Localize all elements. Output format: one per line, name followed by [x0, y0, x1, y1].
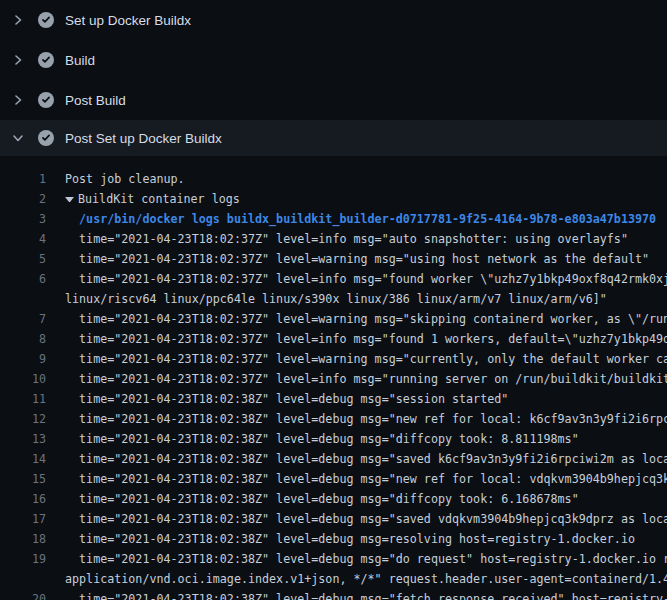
- check-circle-icon: [38, 52, 54, 68]
- log-line-text: time="2021-04-23T18:02:37Z" level=info m…: [65, 329, 667, 349]
- log-line-number[interactable]: 16: [0, 489, 46, 509]
- log-line-content: time="2021-04-23T18:02:38Z" level=debug …: [65, 552, 667, 566]
- log-line-text: linux/riscv64 linux/ppc64le linux/s390x …: [65, 289, 607, 309]
- log-line-content: time="2021-04-23T18:02:37Z" level=warnin…: [65, 252, 649, 266]
- step-title: Build: [65, 53, 95, 68]
- log-line-number[interactable]: 9: [0, 349, 46, 369]
- log-line: 20 time="2021-04-23T18:02:38Z" level=deb…: [0, 589, 667, 600]
- log-line-number[interactable]: 3: [0, 209, 46, 229]
- log-line-number[interactable]: 10: [0, 369, 46, 389]
- step-header[interactable]: Post Set up Docker Buildx: [0, 120, 667, 156]
- log-line-number[interactable]: 18: [0, 529, 46, 549]
- log-line-text: time="2021-04-23T18:02:38Z" level=debug …: [65, 489, 579, 509]
- check-circle-icon: [38, 130, 54, 146]
- log-line-number[interactable]: 7: [0, 309, 46, 329]
- steps-list: Set up Docker Buildx Build Post Build Po…: [0, 0, 667, 156]
- log-line-content: time="2021-04-23T18:02:38Z" level=debug …: [65, 532, 635, 546]
- log-line: 11 time="2021-04-23T18:02:38Z" level=deb…: [0, 389, 667, 409]
- log-line-number[interactable]: 15: [0, 469, 46, 489]
- log-line-content: time="2021-04-23T18:02:38Z" level=debug …: [65, 432, 579, 446]
- log-line: 18 time="2021-04-23T18:02:38Z" level=deb…: [0, 529, 667, 549]
- log-line-content: time="2021-04-23T18:02:37Z" level=warnin…: [65, 312, 667, 326]
- log-line-number[interactable]: 4: [0, 229, 46, 249]
- actions-log-viewer: Set up Docker Buildx Build Post Build Po…: [0, 0, 667, 600]
- log-line: 7 time="2021-04-23T18:02:37Z" level=warn…: [0, 309, 667, 329]
- log-line-number[interactable]: [0, 289, 46, 309]
- log-line: 10 time="2021-04-23T18:02:37Z" level=inf…: [0, 369, 667, 389]
- log-line-content: time="2021-04-23T18:02:37Z" level=info m…: [65, 232, 628, 246]
- log-line: 16 time="2021-04-23T18:02:38Z" level=deb…: [0, 489, 667, 509]
- log-line: application/vnd.oci.image.index.v1+json,…: [0, 569, 667, 589]
- log-line: 6 time="2021-04-23T18:02:37Z" level=info…: [0, 269, 667, 289]
- log-line-content: time="2021-04-23T18:02:38Z" level=debug …: [65, 592, 667, 600]
- log-line-number[interactable]: 5: [0, 249, 46, 269]
- log-line: 12 time="2021-04-23T18:02:38Z" level=deb…: [0, 409, 667, 429]
- log-line-number[interactable]: 14: [0, 449, 46, 469]
- step-title: Post Build: [65, 93, 126, 108]
- log-line: 15 time="2021-04-23T18:02:38Z" level=deb…: [0, 469, 667, 489]
- check-circle-icon: [38, 12, 54, 28]
- log-line: 14 time="2021-04-23T18:02:38Z" level=deb…: [0, 449, 667, 469]
- log-line-text: time="2021-04-23T18:02:38Z" level=debug …: [65, 509, 667, 529]
- log-line-content: time="2021-04-23T18:02:38Z" level=debug …: [65, 472, 667, 486]
- log-line: linux/riscv64 linux/ppc64le linux/s390x …: [0, 289, 667, 309]
- log-line: 1 Post job cleanup.: [0, 169, 667, 189]
- log-line-text: time="2021-04-23T18:02:37Z" level=info m…: [65, 269, 667, 289]
- log-line-number[interactable]: 8: [0, 329, 46, 349]
- log-line-text: time="2021-04-23T18:02:38Z" level=debug …: [65, 429, 579, 449]
- log-line: 3 /usr/bin/docker logs buildx_buildkit_b…: [0, 209, 667, 229]
- log-line-number[interactable]: 13: [0, 429, 46, 449]
- log-line-content: time="2021-04-23T18:02:37Z" level=info m…: [65, 372, 667, 386]
- log-line-number[interactable]: 2: [0, 189, 46, 209]
- log-line-number[interactable]: 1: [0, 169, 46, 189]
- log-line-text: application/vnd.oci.image.index.v1+json,…: [65, 569, 667, 589]
- log-line-text: time="2021-04-23T18:02:38Z" level=debug …: [65, 409, 667, 429]
- log-line: 2 BuildKit container logs: [0, 189, 667, 209]
- log-line: 19 time="2021-04-23T18:02:38Z" level=deb…: [0, 549, 667, 569]
- log-line-number[interactable]: [0, 569, 46, 589]
- log-line-text: time="2021-04-23T18:02:37Z" level=warnin…: [65, 249, 649, 269]
- log-line: 8 time="2021-04-23T18:02:37Z" level=info…: [0, 329, 667, 349]
- log-line-text: /usr/bin/docker logs buildx_buildkit_bui…: [65, 209, 656, 229]
- log-line-number[interactable]: 11: [0, 389, 46, 409]
- log-line-text: time="2021-04-23T18:02:37Z" level=info m…: [65, 229, 628, 249]
- log-panel: 1 Post job cleanup. 2 BuildKit container…: [0, 169, 667, 600]
- step-header[interactable]: Set up Docker Buildx: [0, 0, 667, 40]
- log-line-text: time="2021-04-23T18:02:38Z" level=debug …: [65, 549, 667, 569]
- log-line-content: /usr/bin/docker logs buildx_buildkit_bui…: [65, 212, 656, 226]
- log-line-content: BuildKit container logs: [78, 192, 240, 206]
- log-line-content: time="2021-04-23T18:02:37Z" level=info m…: [65, 272, 667, 286]
- log-line-content: time="2021-04-23T18:02:37Z" level=info m…: [65, 332, 667, 346]
- log-line-text: time="2021-04-23T18:02:37Z" level=warnin…: [65, 349, 667, 369]
- collapse-triangle-icon[interactable]: [65, 197, 74, 202]
- log-line-number[interactable]: 12: [0, 409, 46, 429]
- step-header[interactable]: Post Build: [0, 80, 667, 120]
- log-line-text: time="2021-04-23T18:02:37Z" level=info m…: [65, 369, 667, 389]
- log-line-text: time="2021-04-23T18:02:37Z" level=warnin…: [65, 309, 667, 329]
- log-line-content: application/vnd.oci.image.index.v1+json,…: [65, 572, 667, 586]
- log-line-number[interactable]: 19: [0, 549, 46, 569]
- log-line-text: time="2021-04-23T18:02:38Z" level=debug …: [65, 529, 635, 549]
- log-line-content: time="2021-04-23T18:02:38Z" level=debug …: [65, 492, 579, 506]
- log-line-text: time="2021-04-23T18:02:38Z" level=debug …: [65, 449, 667, 469]
- log-line-text: time="2021-04-23T18:02:38Z" level=debug …: [65, 469, 667, 489]
- chevron-right-icon: [10, 92, 26, 108]
- log-line-content: Post job cleanup.: [65, 172, 185, 186]
- log-line-text: time="2021-04-23T18:02:38Z" level=debug …: [65, 389, 508, 409]
- chevron-down-icon: [10, 130, 26, 146]
- chevron-right-icon: [10, 52, 26, 68]
- log-line-content: time="2021-04-23T18:02:38Z" level=debug …: [65, 512, 667, 526]
- log-line: 17 time="2021-04-23T18:02:38Z" level=deb…: [0, 509, 667, 529]
- log-line: 5 time="2021-04-23T18:02:37Z" level=warn…: [0, 249, 667, 269]
- log-line-number[interactable]: 17: [0, 509, 46, 529]
- log-line-text: BuildKit container logs: [65, 189, 240, 209]
- step-header[interactable]: Build: [0, 40, 667, 80]
- chevron-right-icon: [10, 12, 26, 28]
- log-line-content: time="2021-04-23T18:02:37Z" level=warnin…: [65, 352, 667, 366]
- log-line-text: time="2021-04-23T18:02:38Z" level=debug …: [65, 589, 667, 600]
- log-line: 9 time="2021-04-23T18:02:37Z" level=warn…: [0, 349, 667, 369]
- log-line-content: time="2021-04-23T18:02:38Z" level=debug …: [65, 452, 667, 466]
- log-line-number[interactable]: 6: [0, 269, 46, 289]
- log-line-text: Post job cleanup.: [65, 169, 185, 189]
- log-line-number[interactable]: 20: [0, 589, 46, 600]
